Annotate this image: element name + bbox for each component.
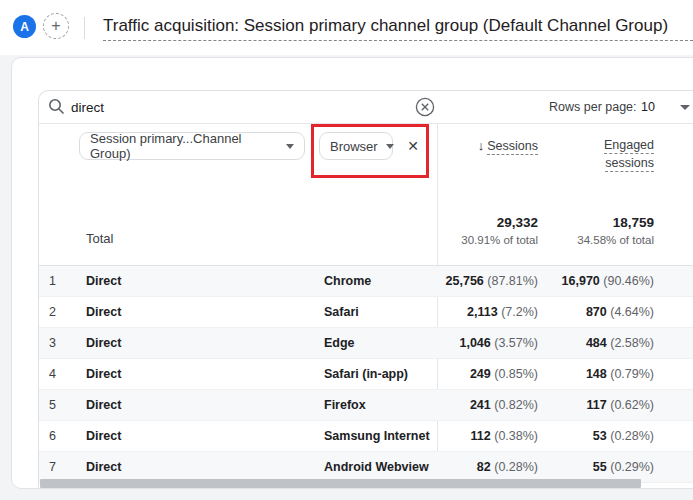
primary-dimension-dropdown[interactable]: Session primary...Channel Group): [79, 132, 305, 160]
engaged-percent: (2.58%): [610, 336, 654, 350]
sessions-value: 249: [470, 367, 491, 381]
search-input[interactable]: [71, 96, 401, 118]
rows-per-page-value[interactable]: 10: [641, 100, 655, 114]
engaged-value: 16,970: [562, 274, 600, 288]
account-avatar[interactable]: A: [13, 15, 36, 38]
column-header-sessions[interactable]: ↓Sessions: [399, 138, 538, 153]
table-body: 1 Direct Chrome 25,756 (87.81%) 16,970 (…: [39, 266, 693, 483]
title-dashed-underline: [103, 40, 693, 41]
chevron-down-icon: [386, 144, 394, 149]
row-index: 5: [39, 398, 56, 412]
add-comparison-button[interactable]: +: [43, 13, 69, 39]
engaged-value: 55: [593, 460, 607, 474]
channel-cell: Direct: [86, 398, 121, 412]
table-card: Rows per page: 10 Session primary...Chan…: [38, 90, 693, 488]
engaged-percent: (0.62%): [610, 398, 654, 412]
header-divider: [84, 17, 85, 39]
app-header: A + Traffic acquisition: Session primary…: [0, 0, 693, 55]
engaged-percent: (0.79%): [610, 367, 654, 381]
browser-cell: Chrome: [324, 274, 371, 288]
channel-cell: Direct: [86, 274, 121, 288]
total-row-label: Total: [86, 231, 113, 246]
table-row[interactable]: 3 Direct Edge 1,046 (3.57%) 484 (2.58%): [39, 328, 693, 359]
browser-cell: Edge: [324, 336, 355, 350]
engaged-cell: 55 (0.29%): [515, 460, 654, 474]
row-index: 6: [39, 429, 56, 443]
engaged-percent: (4.64%): [610, 305, 654, 319]
engaged-value: 484: [586, 336, 607, 350]
sessions-value: 82: [477, 460, 491, 474]
toolbar-divider: [39, 123, 693, 124]
rows-per-page-label: Rows per page:: [549, 100, 637, 114]
horizontal-scrollbar[interactable]: [40, 479, 641, 488]
total-engaged: 18,759 34.58% of total: [515, 215, 654, 246]
sessions-value: 112: [471, 429, 491, 443]
row-index: 3: [39, 336, 56, 350]
browser-cell: Firefox: [324, 398, 366, 412]
rows-per-page-caret-icon[interactable]: [680, 105, 690, 110]
engaged-cell: 870 (4.64%): [515, 305, 654, 319]
total-engaged-percent: 34.58% of total: [515, 234, 654, 246]
engaged-header-line2[interactable]: sessions: [605, 156, 654, 172]
primary-dimension-label: Session primary...Channel Group): [90, 131, 278, 161]
engaged-percent: (0.29%): [610, 460, 654, 474]
sessions-value: 2,113: [467, 305, 498, 319]
table-row[interactable]: 6 Direct Samsung Internet 112 (0.38%) 53…: [39, 421, 693, 452]
table-toolbar: Rows per page: 10: [39, 91, 693, 123]
search-icon: [48, 98, 65, 115]
sort-descending-icon: ↓: [478, 138, 485, 153]
secondary-dimension-label: Browser: [330, 139, 378, 154]
ga4-report-screen: A + Traffic acquisition: Session primary…: [0, 0, 693, 500]
channel-cell: Direct: [86, 367, 121, 381]
clear-search-icon[interactable]: [415, 97, 435, 117]
sessions-value: 1,046: [459, 336, 490, 350]
total-engaged-value: 18,759: [515, 215, 654, 230]
row-index: 4: [39, 367, 56, 381]
page-title[interactable]: Traffic acquisition: Session primary cha…: [103, 16, 693, 36]
engaged-cell: 117 (0.62%): [515, 398, 654, 412]
table-row[interactable]: 4 Direct Safari (in-app) 249 (0.85%) 148…: [39, 359, 693, 390]
browser-cell: Safari: [324, 305, 359, 319]
engaged-cell: 53 (0.28%): [515, 429, 654, 443]
column-header-engaged-sessions[interactable]: Engaged sessions: [534, 136, 654, 172]
channel-cell: Direct: [86, 460, 121, 474]
engaged-percent: (0.28%): [610, 429, 654, 443]
engaged-cell: 16,970 (90.46%): [515, 274, 654, 288]
engaged-percent: (90.46%): [603, 274, 654, 288]
engaged-value: 117: [587, 398, 607, 412]
table-row[interactable]: 2 Direct Safari 2,113 (7.2%) 870 (4.64%): [39, 297, 693, 328]
table-row[interactable]: 5 Direct Firefox 241 (0.82%) 117 (0.62%): [39, 390, 693, 421]
channel-cell: Direct: [86, 305, 121, 319]
secondary-dimension-dropdown[interactable]: Browser: [319, 132, 393, 160]
browser-cell: Safari (in-app): [324, 367, 408, 381]
engaged-cell: 484 (2.58%): [515, 336, 654, 350]
sessions-value: 241: [470, 398, 491, 412]
engaged-value: 53: [593, 429, 607, 443]
table-row[interactable]: 1 Direct Chrome 25,756 (87.81%) 16,970 (…: [39, 266, 693, 297]
channel-cell: Direct: [86, 336, 121, 350]
sessions-value: 25,756: [446, 274, 484, 288]
sessions-header-label[interactable]: Sessions: [487, 139, 538, 155]
engaged-header-line1[interactable]: Engaged: [604, 138, 654, 154]
channel-cell: Direct: [86, 429, 121, 443]
engaged-cell: 148 (0.79%): [515, 367, 654, 381]
chevron-down-icon: [286, 144, 294, 149]
row-index: 7: [39, 460, 56, 474]
row-index: 1: [39, 274, 56, 288]
engaged-value: 870: [586, 305, 607, 319]
engaged-value: 148: [586, 367, 607, 381]
row-index: 2: [39, 305, 56, 319]
